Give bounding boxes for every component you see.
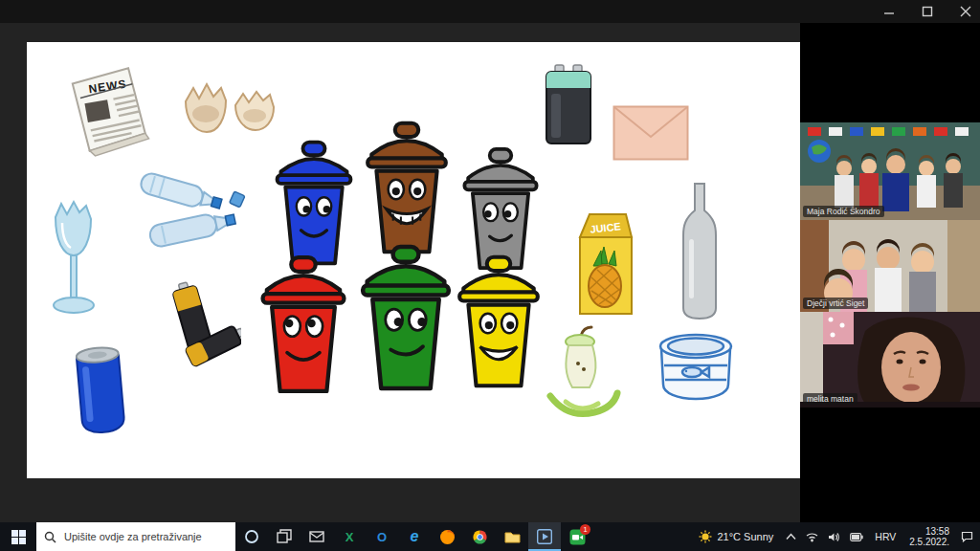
envelope-image [612, 105, 689, 161]
eggshells-image [178, 69, 285, 138]
outlook-icon: O [377, 530, 387, 544]
shared-screen-canvas: NEWS [27, 42, 800, 478]
chevron-up-icon [786, 533, 796, 540]
recycling-bin-green [352, 218, 459, 417]
firefox-button[interactable] [431, 522, 463, 551]
minimize-button[interactable] [880, 4, 898, 19]
taskbar-search[interactable] [36, 522, 235, 551]
weather-text: 21°C Sunny [717, 531, 773, 542]
internet-explorer-button[interactable]: e [398, 522, 431, 551]
minimize-icon [883, 6, 895, 17]
recycling-bin-red [253, 237, 354, 411]
language-indicator[interactable]: HRV [872, 531, 899, 542]
aa-batteries-image [163, 277, 241, 375]
excel-icon: X [345, 530, 354, 544]
window-controls [880, 0, 974, 23]
firefox-icon [439, 529, 456, 545]
task-view-icon [277, 529, 292, 544]
cortana-icon [244, 529, 259, 544]
apple-core-image [537, 323, 631, 427]
search-input[interactable] [62, 530, 228, 543]
clock-time: 13:58 [925, 526, 949, 537]
battery-button[interactable] [849, 533, 864, 541]
windows-logo-icon [11, 530, 26, 544]
battery-icon [850, 533, 863, 541]
9v-battery-image [542, 61, 595, 147]
meeting-window: NEWS [0, 0, 980, 551]
recycling-bin-yellow [450, 231, 547, 411]
task-view-button[interactable] [268, 522, 301, 551]
participant-video-3[interactable]: melita matan [800, 312, 980, 408]
search-icon [44, 531, 56, 543]
action-center-button[interactable] [960, 531, 974, 542]
chrome-icon [472, 529, 488, 545]
clock-date: 2.5.2022. [909, 537, 949, 547]
main-area: NEWS [0, 23, 980, 522]
soda-can-image [71, 342, 130, 438]
network-button[interactable] [805, 532, 819, 542]
hidden-icons-button[interactable] [785, 533, 797, 540]
meeting-app-button[interactable]: 1 [561, 522, 593, 551]
taskbar-clock[interactable]: 13:58 2.5.2022. [906, 526, 952, 547]
mail-icon [309, 529, 324, 544]
juice-carton-image: JUICE [570, 205, 639, 320]
volume-button[interactable] [827, 532, 841, 542]
participant-video-1[interactable]: Maja Rodić Škondro [800, 122, 980, 220]
internet-explorer-icon: e [411, 528, 419, 545]
movies-tv-button[interactable] [528, 522, 561, 551]
excel-button[interactable]: X [333, 522, 366, 551]
folder-icon [504, 530, 521, 544]
play-icon [537, 529, 552, 544]
glass-bottle-image [679, 180, 720, 321]
close-button[interactable] [957, 4, 974, 19]
notification-badge: 1 [580, 524, 590, 535]
participant-video-strip: Maja Rodić Škondro [800, 23, 980, 522]
speaker-icon [828, 532, 840, 542]
outlook-button[interactable]: O [366, 522, 398, 551]
mail-app-button[interactable] [301, 522, 333, 551]
participant-name-tag: Maja Rodić Škondro [803, 206, 884, 217]
broken-glass-goblet-image [48, 198, 100, 320]
maximize-button[interactable] [919, 4, 936, 19]
file-explorer-button[interactable] [496, 522, 528, 551]
close-icon [960, 6, 971, 17]
window-titlebar [0, 0, 980, 23]
participant-video-2[interactable]: Dječji vrtić Siget [800, 220, 980, 312]
cortana-button[interactable] [235, 522, 268, 551]
chrome-button[interactable] [463, 522, 496, 551]
plastic-bottles-image [132, 165, 260, 253]
windows-taskbar: X O e [0, 522, 980, 551]
network-icon [806, 532, 818, 542]
system-tray: 21°C Sunny [695, 522, 980, 551]
newspaper-image: NEWS [63, 61, 161, 159]
start-button[interactable] [0, 522, 36, 551]
participant-name-tag: Dječji vrtić Siget [803, 298, 868, 309]
tin-can-image [649, 327, 743, 406]
weather-widget[interactable]: 21°C Sunny [695, 530, 777, 543]
participant-name-tag: melita matan [803, 393, 858, 405]
action-center-icon [961, 531, 973, 542]
maximize-icon [922, 6, 933, 17]
sun-icon [699, 530, 712, 543]
